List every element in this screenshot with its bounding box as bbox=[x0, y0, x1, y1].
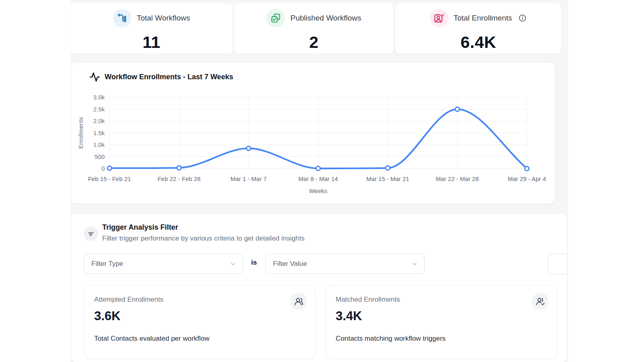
svg-text:Feb 22 - Feb 28: Feb 22 - Feb 28 bbox=[157, 175, 200, 182]
svg-text:Mar 29 - Apr 4: Mar 29 - Apr 4 bbox=[508, 175, 546, 182]
metric-label: Matched Enrollments bbox=[336, 296, 400, 304]
trigger-analysis-filter-card: Trigger Analysis Filter Filter trigger p… bbox=[70, 213, 568, 362]
activity-icon bbox=[89, 72, 100, 82]
svg-text:1.0k: 1.0k bbox=[93, 141, 105, 148]
svg-text:500: 500 bbox=[95, 153, 105, 160]
filter-lines-icon bbox=[84, 226, 98, 241]
metric-description: Contacts matching workflow triggers bbox=[336, 335, 446, 343]
stats-row: Total Workflows 11 Published Workflows 2 bbox=[70, 3, 561, 53]
stat-label: Published Workflows bbox=[290, 14, 361, 23]
user-check-icon bbox=[532, 293, 549, 310]
filter-type-value: Filter Type bbox=[91, 260, 123, 268]
svg-text:Mar 15 - Mar 21: Mar 15 - Mar 21 bbox=[366, 175, 409, 182]
chevron-down-icon bbox=[411, 260, 419, 268]
filter-section-subtitle: Filter trigger performance by various cr… bbox=[102, 234, 305, 243]
workflow-enrollments-chart-card: Workflow Enrollments - Last 7 Weeks 0500… bbox=[70, 62, 555, 204]
filter-value-select[interactable]: Filter Value bbox=[265, 254, 425, 274]
filter-action-partial[interactable] bbox=[548, 254, 568, 275]
user-card-check-icon bbox=[430, 9, 448, 27]
copy-check-icon bbox=[266, 9, 285, 27]
stat-label: Total Enrollments bbox=[454, 14, 512, 23]
svg-text:2.5k: 2.5k bbox=[93, 106, 105, 113]
filter-connector-label: is bbox=[251, 259, 257, 267]
svg-text:Mar 22 - Mar 28: Mar 22 - Mar 28 bbox=[436, 175, 479, 182]
filter-section-title: Trigger Analysis Filter bbox=[102, 223, 178, 232]
stat-card-published-workflows: Published Workflows 2 bbox=[234, 3, 394, 53]
matched-enrollments-card: Matched Enrollments 3.4K Contacts matchi… bbox=[326, 285, 557, 359]
stat-value: 6.4K bbox=[460, 33, 496, 52]
attempted-enrollments-card: Attempted Enrollments 3.6K Total Contact… bbox=[84, 285, 316, 359]
users-icon bbox=[290, 293, 307, 310]
dashboard-content: Total Workflows 11 Published Workflows 2 bbox=[70, 0, 568, 362]
metric-value: 3.6K bbox=[94, 309, 120, 323]
chevron-down-icon bbox=[229, 260, 237, 268]
svg-text:0: 0 bbox=[101, 165, 105, 172]
svg-text:3.0k: 3.0k bbox=[93, 94, 105, 101]
metric-value: 3.4K bbox=[336, 309, 362, 323]
filter-type-select[interactable]: Filter Type bbox=[84, 254, 243, 274]
workflow-icon bbox=[113, 9, 132, 27]
metric-description: Total Contacts evaluated per workflow bbox=[94, 335, 209, 343]
enrollments-line-chart[interactable]: 05001.0k1.5k2.0k2.5k3.0kFeb 15 - Feb 21F… bbox=[71, 94, 556, 197]
svg-text:Feb 15 - Feb 21: Feb 15 - Feb 21 bbox=[88, 175, 131, 182]
chart-title: Workflow Enrollments - Last 7 Weeks bbox=[105, 73, 233, 81]
stat-value: 2 bbox=[309, 33, 318, 52]
svg-text:2.0k: 2.0k bbox=[93, 117, 105, 124]
metric-label: Attempted Enrollments bbox=[94, 296, 163, 304]
svg-text:Enrollments: Enrollments bbox=[77, 117, 84, 149]
svg-text:1.5k: 1.5k bbox=[93, 130, 105, 136]
svg-text:Mar 8 - Mar 14: Mar 8 - Mar 14 bbox=[298, 175, 338, 182]
filter-value-value: Filter Value bbox=[273, 260, 307, 268]
svg-text:Weeks: Weeks bbox=[309, 187, 328, 194]
stat-label: Total Workflows bbox=[137, 14, 190, 23]
stat-value: 11 bbox=[142, 33, 160, 52]
info-icon[interactable] bbox=[518, 14, 527, 23]
stat-card-total-enrollments: Total Enrollments 6.4K bbox=[395, 3, 561, 53]
filter-row: Filter Type is Filter Value bbox=[71, 254, 567, 274]
svg-text:Mar 1 - Mar 7: Mar 1 - Mar 7 bbox=[231, 175, 267, 182]
stat-card-total-workflows: Total Workflows 11 bbox=[70, 3, 233, 53]
